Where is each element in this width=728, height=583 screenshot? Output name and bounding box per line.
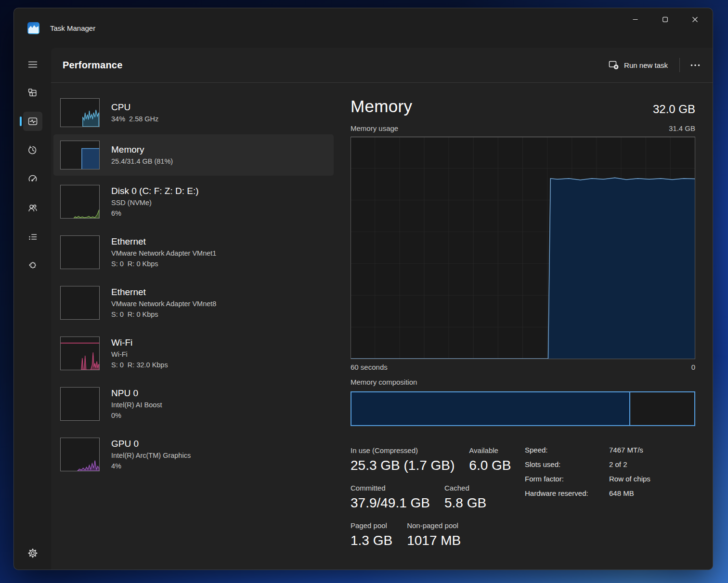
sidebar-item-performance[interactable] [23,112,42,131]
maximize-icon [663,17,668,22]
detail-label: Slots used: [525,460,609,469]
header-divider [679,58,680,72]
disk-mini-graph [60,185,100,219]
stat-value: 6.0 GB [469,456,511,475]
services-icon [27,260,38,271]
performance-content: CPU 34% 2.58 GHz Memory 25.4/31.4 GB (81… [51,83,713,570]
hamburger-menu-button[interactable] [23,55,42,74]
stat-label: Non-paged pool [407,520,461,531]
run-new-task-label: Run new task [624,61,668,69]
detail-label: Hardware reserved: [525,489,609,498]
selected-indicator [20,117,22,126]
memory-composition-label: Memory composition [351,378,695,388]
perf-item-ethernet-vmnet8[interactable]: Ethernet VMware Network Adapter VMnet8 S… [53,278,334,327]
details-icon [27,232,38,242]
npu-mini-graph [60,387,100,421]
minimize-button[interactable] [620,8,650,30]
detail-value: Row of chips [609,474,695,484]
page-header: Performance Run new task [51,48,713,83]
detail-value: 2 of 2 [609,460,695,469]
memory-usage-label: Memory usage [351,124,398,135]
detail-value: 648 MB [609,489,695,498]
time-axis-right: 0 [691,363,695,373]
processes-icon [27,88,38,98]
titlebar: Task Manager [14,8,713,48]
run-new-task-button[interactable]: Run new task [602,56,675,74]
perf-item-npu0[interactable]: NPU 0 Intel(R) AI Boost 0% [53,379,334,428]
stat-value: 1017 MB [407,531,461,550]
memory-hardware-details: Speed: 7467 MT/s Slots used: 2 of 2 Form… [525,445,695,558]
detail-label: Form factor: [525,474,609,484]
memory-usage-graph [351,137,695,359]
window-controls [620,8,710,30]
app-identity: Task Manager [27,22,95,34]
time-axis-left: 60 seconds [351,363,388,373]
close-button[interactable] [680,8,710,30]
settings-button[interactable] [23,544,42,563]
perf-item-ethernet-vmnet1[interactable]: Ethernet VMware Network Adapter VMnet1 S… [53,227,334,277]
perf-item-cpu[interactable]: CPU 34% 2.58 GHz [53,92,334,133]
app-history-icon [27,145,38,155]
perf-item-wifi[interactable]: Wi-Fi Wi-Fi S: 0 R: 32.0 Kbps [53,328,334,378]
sidebar-item-users[interactable] [23,198,42,218]
memory-composition-inuse [351,392,630,425]
sidebar-item-app-history[interactable] [23,141,42,160]
startup-apps-icon [27,174,38,184]
ethernet2-mini-graph [60,286,100,320]
stat-value: 37.9/49.1 GB [351,493,430,513]
stat-label: In use (Compressed) [351,445,455,456]
sidebar-item-services[interactable] [23,256,42,275]
performance-sidebar-list: CPU 34% 2.58 GHz Memory 25.4/31.4 GB (81… [53,92,334,480]
memory-panel-title: Memory [351,95,412,117]
stat-value: 5.8 GB [444,493,486,513]
detail-value: 7467 MT/s [609,445,695,455]
stat-label: Cached [444,483,486,493]
sidebar-item-details[interactable] [23,227,42,246]
perf-item-memory[interactable]: Memory 25.4/31.4 GB (81%) [53,134,334,176]
memory-capacity: 32.0 GB [653,101,695,117]
stat-label: Committed [351,483,430,493]
sidebar-item-startup-apps[interactable] [23,169,42,189]
ethernet1-mini-graph [60,235,100,269]
page-title: Performance [63,60,122,71]
ellipsis-icon [690,64,700,66]
stat-label: Available [469,445,511,456]
performance-icon [27,116,38,127]
task-manager-logo-icon [27,22,39,34]
detail-label: Speed: [525,445,609,455]
hamburger-menu-icon [28,60,38,69]
run-new-task-icon [609,60,619,70]
stat-value: 1.3 GB [351,531,392,550]
minimize-icon [633,17,638,22]
task-manager-window: Task Manager [13,8,713,570]
wifi-mini-graph [60,337,100,370]
stat-value: 25.3 GB (1.7 GB) [351,456,455,475]
sidebar-item-processes[interactable] [23,83,42,102]
memory-detail-panel: Memory 32.0 GB Memory usage 31.4 GB [351,83,695,558]
close-icon [692,17,698,22]
window-title: Task Manager [50,24,95,32]
content-card: Performance Run new task [51,48,713,570]
stat-label: Paged pool [351,520,392,531]
navigation-rail [14,48,51,570]
gpu-mini-graph [60,438,100,471]
cpu-mini-graph [60,98,100,127]
memory-mini-graph [60,141,100,169]
maximize-button[interactable] [650,8,680,30]
memory-scale-max: 31.4 GB [669,124,695,135]
memory-stats: In use (Compressed) 25.3 GB (1.7 GB) Ava… [351,445,695,558]
perf-item-disk0[interactable]: Disk 0 (C: F: Z: D: E:) SSD (NVMe) 6% [53,177,334,226]
users-icon [27,203,38,213]
more-options-button[interactable] [685,58,706,72]
settings-icon [27,548,38,558]
memory-composition-bar[interactable] [351,391,695,426]
perf-item-gpu0[interactable]: GPU 0 Intel(R) Arc(TM) Graphics 4% [53,429,334,479]
